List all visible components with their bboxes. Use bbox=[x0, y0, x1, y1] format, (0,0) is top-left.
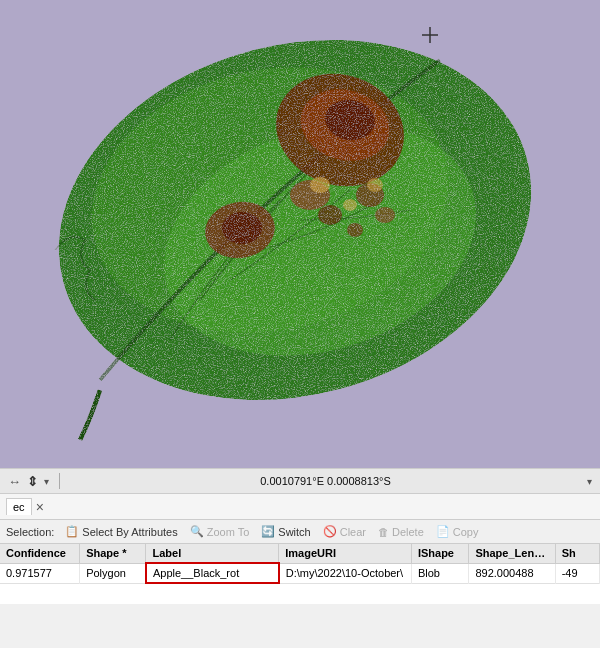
col-header-shapelength[interactable]: Shape_Length bbox=[469, 544, 555, 563]
delete-button[interactable]: 🗑 Delete bbox=[373, 525, 429, 539]
nav-back-icon[interactable]: ↔ bbox=[8, 474, 21, 489]
cell-label: Apple__Black_rot bbox=[146, 563, 279, 583]
selection-label: Selection: bbox=[6, 526, 54, 538]
col-header-imageuri[interactable]: ImageURI bbox=[279, 544, 412, 563]
attribute-table-toolbar: ec × bbox=[0, 494, 600, 520]
svg-point-14 bbox=[310, 177, 330, 193]
status-divider bbox=[59, 473, 60, 489]
switch-button[interactable]: 🔄 Switch bbox=[256, 524, 315, 539]
coordinates-display: 0.0010791°E 0.0008813°S bbox=[70, 475, 581, 487]
nav-arrows-icon[interactable]: ⇕ bbox=[27, 474, 38, 489]
col-header-ishape[interactable]: IShape bbox=[411, 544, 469, 563]
cell-sh: -49 bbox=[555, 563, 599, 583]
nav-dropdown-icon[interactable]: ▾ bbox=[44, 476, 49, 487]
select-by-attributes-button[interactable]: 📋 Select By Attributes bbox=[60, 524, 182, 539]
col-header-shape[interactable]: Shape * bbox=[80, 544, 146, 563]
close-button[interactable]: × bbox=[36, 499, 44, 515]
leaf-image-area bbox=[0, 0, 600, 468]
status-bar: ↔ ⇕ ▾ 0.0010791°E 0.0008813°S ▾ bbox=[0, 468, 600, 494]
copy-button[interactable]: 📄 Copy bbox=[431, 524, 484, 539]
attribute-table: Confidence Shape * Label ImageURI IShape… bbox=[0, 544, 600, 604]
zoom-to-button[interactable]: 🔍 Zoom To bbox=[185, 524, 255, 539]
cell-imageuri: D:\my\2022\10-October\ bbox=[279, 563, 412, 583]
col-header-label[interactable]: Label bbox=[146, 544, 279, 563]
table-tab-label[interactable]: ec bbox=[6, 498, 32, 515]
clear-icon: 🚫 bbox=[323, 525, 337, 538]
svg-point-12 bbox=[375, 207, 395, 223]
svg-point-16 bbox=[343, 199, 357, 211]
col-header-sh[interactable]: Sh bbox=[555, 544, 599, 563]
cell-shapelength: 892.000488 bbox=[469, 563, 555, 583]
svg-point-11 bbox=[318, 205, 342, 225]
cell-shape: Polygon bbox=[80, 563, 146, 583]
copy-icon: 📄 bbox=[436, 525, 450, 538]
zoom-to-icon: 🔍 bbox=[190, 525, 204, 538]
svg-point-15 bbox=[367, 178, 383, 192]
table-row[interactable]: 0.971577 Polygon Apple__Black_rot D:\my\… bbox=[0, 563, 600, 583]
delete-icon: 🗑 bbox=[378, 526, 389, 538]
svg-point-13 bbox=[347, 223, 363, 237]
svg-point-8 bbox=[222, 212, 262, 244]
switch-icon: 🔄 bbox=[261, 525, 275, 538]
selection-bar: Selection: 📋 Select By Attributes 🔍 Zoom… bbox=[0, 520, 600, 544]
select-by-attributes-icon: 📋 bbox=[65, 525, 79, 538]
coords-dropdown-icon[interactable]: ▾ bbox=[587, 476, 592, 487]
table-header-row: Confidence Shape * Label ImageURI IShape… bbox=[0, 544, 600, 563]
col-header-confidence[interactable]: Confidence bbox=[0, 544, 80, 563]
clear-button[interactable]: 🚫 Clear bbox=[318, 524, 371, 539]
cell-ishape: Blob bbox=[411, 563, 469, 583]
cell-confidence: 0.971577 bbox=[0, 563, 80, 583]
